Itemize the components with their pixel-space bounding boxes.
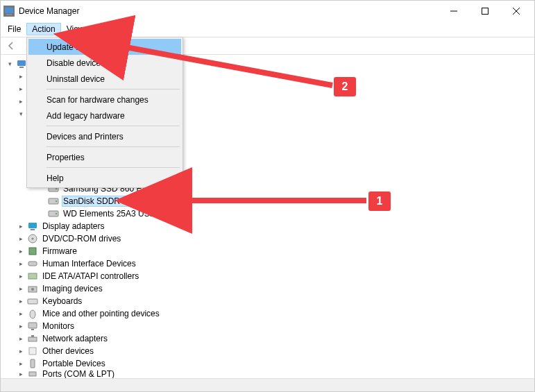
menu-help[interactable]: Help xyxy=(90,23,119,35)
svg-point-11 xyxy=(56,201,57,202)
menu-separator xyxy=(46,146,180,147)
display-icon xyxy=(27,221,38,232)
menu-item-scan-hardware[interactable]: Scan for hardware changes xyxy=(28,92,181,108)
tree-node-label: Human Interface Devices xyxy=(41,259,137,269)
svg-rect-31 xyxy=(29,372,36,376)
tree-category-mice[interactable]: ▸ Mice and other pointing devices xyxy=(3,307,534,320)
chevron-right-icon[interactable]: ▸ xyxy=(16,334,26,343)
ide-icon xyxy=(27,271,38,282)
tree-item-disk[interactable]: WD Elements 25A3 USB Device xyxy=(3,207,534,220)
menu-separator xyxy=(46,167,180,168)
tree-item-disk-selected[interactable]: SanDisk SDDR-113 USB Device xyxy=(3,195,534,207)
chevron-right-icon[interactable]: ▸ xyxy=(16,309,26,318)
menu-item-add-legacy[interactable]: Add legacy hardware xyxy=(28,108,181,123)
chevron-right-icon[interactable]: ▸ xyxy=(16,271,26,281)
tree-node-label: Keyboards xyxy=(41,296,83,306)
tree-node-label: Portable Devices xyxy=(41,359,107,368)
title-bar: Device Manager xyxy=(1,1,534,22)
tree-node-label: Mice and other pointing devices xyxy=(41,309,161,318)
svg-rect-18 xyxy=(29,248,36,255)
menu-view[interactable]: View xyxy=(61,23,90,35)
menu-file[interactable]: File xyxy=(2,23,26,35)
chevron-right-icon[interactable]: ▸ xyxy=(16,284,26,293)
chevron-right-icon[interactable]: ▸ xyxy=(16,259,26,269)
menu-item-devices-printers[interactable]: Devices and Printers xyxy=(28,128,181,144)
chevron-right-icon[interactable]: ▸ xyxy=(16,234,26,244)
maximize-button[interactable] xyxy=(469,1,500,21)
svg-rect-30 xyxy=(31,359,35,368)
tree-node-label: Other devices xyxy=(41,346,95,356)
window-title: Device Manager xyxy=(19,6,438,16)
tree-category-display-adapters[interactable]: ▸ Display adapters xyxy=(3,220,534,232)
disk-icon xyxy=(48,196,59,207)
svg-rect-15 xyxy=(31,229,35,230)
tree-category-hid[interactable]: ▸ Human Interface Devices xyxy=(3,257,534,270)
chevron-right-icon[interactable]: ▸ xyxy=(16,296,26,306)
tree-category-dvd[interactable]: ▸ DVD/CD-ROM drives xyxy=(3,232,534,245)
tree-node-label: DVD/CD-ROM drives xyxy=(41,234,122,244)
svg-rect-29 xyxy=(29,348,36,355)
tree-category-portable[interactable]: ▸ Portable Devices xyxy=(3,357,534,370)
tree-category-monitors[interactable]: ▸ Monitors xyxy=(3,320,534,332)
svg-point-24 xyxy=(30,310,35,318)
menu-separator xyxy=(46,126,180,126)
menu-item-uninstall-device[interactable]: Uninstall device xyxy=(28,71,181,87)
chevron-right-icon[interactable]: ▸ xyxy=(16,321,26,331)
svg-rect-14 xyxy=(28,223,37,228)
svg-point-17 xyxy=(32,238,34,240)
tree-category-other[interactable]: ▸ Other devices xyxy=(3,345,534,357)
svg-rect-3 xyxy=(482,8,488,15)
menu-action[interactable]: Action xyxy=(26,23,60,35)
svg-rect-20 xyxy=(28,273,37,279)
svg-rect-1 xyxy=(6,14,12,15)
other-icon xyxy=(27,346,38,357)
status-bar xyxy=(1,379,534,391)
close-button[interactable] xyxy=(500,1,532,21)
svg-rect-27 xyxy=(28,337,37,341)
keyboard-icon xyxy=(27,296,38,307)
minimize-button[interactable] xyxy=(438,1,469,21)
tree-category-network[interactable]: ▸ Network adapters xyxy=(3,332,534,345)
ports-icon xyxy=(27,370,38,378)
tree-node-label: WD Elements 25A3 USB Device xyxy=(62,209,185,219)
app-icon xyxy=(3,6,15,17)
tree-category-firmware[interactable]: ▸ Firmware xyxy=(3,245,534,257)
firmware-icon xyxy=(27,246,38,257)
menu-item-disable-device[interactable]: Disable device xyxy=(28,55,181,71)
chevron-down-icon[interactable]: ▾ xyxy=(5,59,15,69)
chevron-right-icon[interactable]: ▸ xyxy=(16,96,26,106)
svg-point-13 xyxy=(56,213,57,214)
portable-icon xyxy=(27,358,38,369)
chevron-right-icon[interactable]: ▸ xyxy=(16,370,26,378)
tree-node-label: Display adapters xyxy=(41,221,105,231)
tree-node-label: Imaging devices xyxy=(41,284,104,293)
menu-item-properties[interactable]: Properties xyxy=(28,149,181,165)
menu-item-update-driver[interactable]: Update driver xyxy=(28,39,181,55)
chevron-right-icon[interactable]: ▸ xyxy=(16,71,26,81)
tree-category-ports[interactable]: ▸ Ports (COM & LPT) xyxy=(3,370,534,378)
monitor-icon xyxy=(27,321,38,332)
action-menu-dropdown: Update driver Disable device Uninstall d… xyxy=(26,37,183,188)
svg-rect-19 xyxy=(28,262,37,266)
tree-node-label: Ports (COM & LPT) xyxy=(41,370,116,378)
chevron-right-icon[interactable]: ▸ xyxy=(16,246,26,256)
network-icon xyxy=(27,333,38,344)
tree-category-imaging[interactable]: ▸ Imaging devices xyxy=(3,282,534,295)
dvd-icon xyxy=(27,233,38,244)
tree-category-keyboards[interactable]: ▸ Keyboards xyxy=(3,295,534,307)
tree-node-label: Firmware xyxy=(41,246,78,256)
tree-node-label: IDE ATA/ATAPI controllers xyxy=(41,271,140,281)
tree-node-label: Monitors xyxy=(41,321,76,331)
chevron-right-icon[interactable]: ▸ xyxy=(16,346,26,356)
menu-item-help[interactable]: Help xyxy=(28,170,181,186)
chevron-right-icon[interactable]: ▸ xyxy=(16,359,26,368)
svg-rect-26 xyxy=(31,329,34,330)
svg-rect-25 xyxy=(28,323,37,328)
back-button[interactable] xyxy=(3,38,19,53)
svg-rect-7 xyxy=(19,67,24,68)
mouse-icon xyxy=(27,308,38,319)
chevron-right-icon[interactable]: ▸ xyxy=(16,84,26,94)
tree-category-ide[interactable]: ▸ IDE ATA/ATAPI controllers xyxy=(3,270,534,282)
chevron-down-icon[interactable]: ▾ xyxy=(16,109,26,119)
chevron-right-icon[interactable]: ▸ xyxy=(16,221,26,231)
